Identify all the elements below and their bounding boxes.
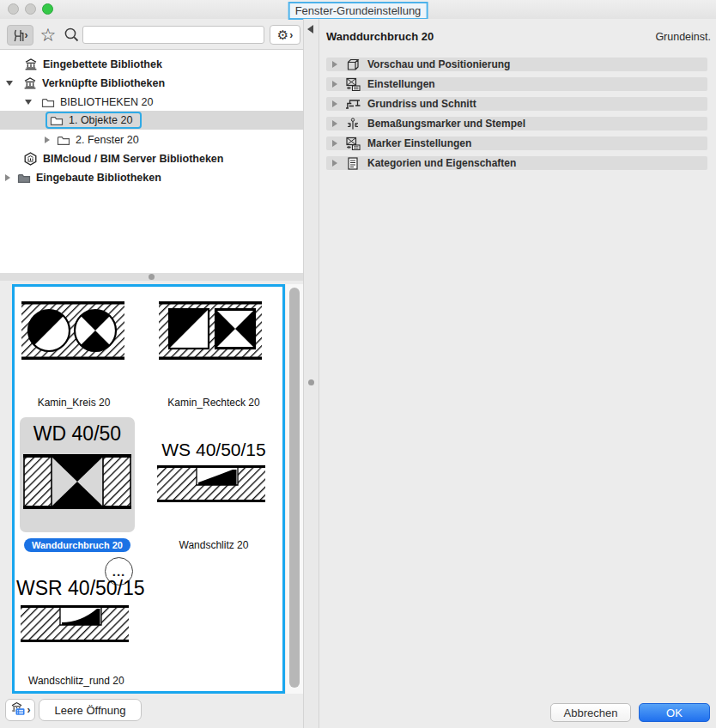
dark-folder-icon	[17, 173, 31, 184]
plan-section-icon	[345, 98, 361, 110]
search-icon	[64, 27, 80, 46]
preview-title: WS 40/50/15	[154, 440, 274, 460]
expander-down-icon[interactable]	[25, 100, 32, 105]
tree-item-bimcloud[interactable]: BIMcloud / BIM Server Bibliotheken	[0, 149, 303, 168]
collapse-left-icon[interactable]	[307, 25, 313, 33]
expander-right-icon[interactable]	[332, 100, 337, 107]
library-item-caption: Kamin_Rechteck 20	[154, 397, 274, 409]
kamin-kreis-preview	[21, 298, 124, 363]
library-item-wandschlitz[interactable]: WS 40/50/15	[154, 440, 274, 508]
selected-item-badge: Wanddurchbruch 20	[24, 538, 130, 552]
preview-cube-icon	[345, 58, 361, 71]
selected-object-title: Wanddurchbruch 20	[326, 30, 434, 43]
settings-window-icon	[345, 136, 361, 150]
expander-right-icon[interactable]	[332, 140, 337, 147]
splitter-grip-dot	[149, 274, 155, 280]
expander-right-icon[interactable]	[332, 81, 337, 88]
kamin-rechteck-preview	[159, 298, 262, 363]
library-item-caption: Wandschlitz 20	[154, 539, 274, 551]
titlebar: Fenster-Grundeinstellung	[0, 0, 716, 19]
tree-item-linked-libraries[interactable]: Verknüpfte Bibliotheken	[0, 74, 303, 93]
library-items-panel: Kamin_Kreis 20 Kamin_Rechteck 20 WD 40/5…	[12, 284, 285, 694]
wandschlitz-rund-preview	[21, 600, 129, 645]
splitter-grip-dot	[308, 379, 314, 385]
tree-item-label: Eingebaute Bibliotheken	[36, 172, 161, 184]
section-label: Vorschau und Positionierung	[367, 58, 510, 70]
library-tree: Eingebettete Bibliothek Verknüpfte Bibli…	[0, 49, 303, 274]
left-footer: › Leere Öffnung	[0, 696, 303, 728]
window-title: Fenster-Grundeinstellung	[288, 2, 428, 20]
section-label: Grundriss und Schnitt	[367, 98, 476, 110]
wandschlitz-preview	[157, 460, 265, 505]
section-bemassungsmarker-stempel[interactable]: Bemaßungsmarker und Stempel	[326, 117, 707, 130]
cancel-button[interactable]: Abbrechen	[550, 703, 631, 722]
settings-menu-button[interactable]: ⚙›	[270, 25, 300, 45]
library-list-icon	[10, 701, 27, 719]
preview-title: WSR 40/50/15	[16, 577, 137, 600]
folder-icon	[57, 135, 70, 146]
library-item-caption: Wandschlitz_rund 20	[28, 675, 124, 687]
dimension-marker-icon	[345, 118, 361, 130]
zoom-button[interactable]	[42, 3, 53, 15]
library-menu-button[interactable]: ›	[5, 699, 35, 721]
tree-item-label: BIMcloud / BIM Server Bibliotheken	[43, 153, 223, 165]
tree-item-label: 1. Objekte 20	[69, 114, 132, 126]
section-label: Einstellungen	[367, 78, 435, 90]
expander-right-icon[interactable]	[5, 174, 10, 181]
library-item-caption: Kamin_Kreis 20	[15, 397, 133, 409]
wanddurchbruch-preview	[23, 452, 131, 512]
tree-item-label: Eingebettete Bibliothek	[43, 58, 162, 70]
section-einstellungen[interactable]: Einstellungen	[326, 77, 707, 91]
section-label: Kategorien und Eigenschaften	[367, 157, 516, 169]
tree-item-label: Verknüpfte Bibliotheken	[42, 77, 165, 89]
horizontal-splitter[interactable]	[0, 273, 303, 281]
gear-icon: ⚙	[277, 28, 288, 41]
expander-down-icon[interactable]	[6, 81, 13, 86]
minimize-button[interactable]	[25, 3, 36, 15]
close-button[interactable]	[8, 3, 19, 15]
tree-item-fenster-20[interactable]: 2. Fenster 20	[0, 130, 303, 149]
library-item-wanddurchbruch[interactable]: WD 40/50	[20, 417, 135, 532]
search-button[interactable]	[62, 27, 81, 46]
object-browser-button[interactable]: ›	[7, 25, 33, 46]
expander-right-icon[interactable]	[332, 120, 337, 127]
favorites-button[interactable]: ☆	[38, 24, 58, 46]
library-item-kamin-kreis[interactable]	[21, 298, 124, 367]
library-item-kamin-rechteck[interactable]	[159, 298, 262, 367]
folder-icon	[41, 97, 55, 108]
preview-title: WD 40/50	[20, 422, 135, 446]
expander-right-icon[interactable]	[45, 136, 50, 143]
tree-item-objekte-20[interactable]: 1. Objekte 20	[0, 111, 303, 130]
library-building-icon	[23, 77, 37, 89]
section-label: Marker Einstellungen	[367, 137, 471, 149]
expander-right-icon[interactable]	[332, 61, 337, 68]
section-vorschau-positionierung[interactable]: Vorschau und Positionierung	[326, 58, 707, 71]
expander-right-icon[interactable]	[332, 160, 337, 167]
bim-server-icon	[23, 152, 38, 166]
settings-pane: Wanddurchbruch 20 Grundeinst. Vorschau u…	[319, 19, 716, 728]
section-marker-einstellungen[interactable]: Marker Einstellungen	[326, 136, 707, 150]
section-kategorien-eigenschaften[interactable]: Kategorien und Eigenschaften	[326, 156, 707, 170]
settings-window-icon	[345, 77, 361, 91]
mode-label: Grundeinst.	[655, 31, 711, 43]
tree-item-bibliotheken-20[interactable]: BIBLIOTHEKEN 20	[0, 93, 303, 112]
library-scrollbar-thumb[interactable]	[289, 288, 300, 688]
tree-item-embedded-library[interactable]: Eingebettete Bibliothek	[0, 55, 303, 74]
search-input[interactable]	[82, 26, 264, 44]
document-list-icon	[345, 157, 361, 170]
selected-item-outline: 1. Objekte 20	[46, 112, 142, 129]
panel-splitter[interactable]	[303, 19, 319, 728]
library-item-wandschlitz-rund[interactable]: WSR 40/50/15	[16, 577, 137, 648]
tree-item-built-in-libraries[interactable]: Eingebaute Bibliotheken	[0, 168, 303, 187]
library-building-icon	[24, 58, 38, 70]
section-label: Bemaßungsmarker und Stempel	[367, 118, 525, 130]
folder-icon	[50, 115, 64, 126]
tree-item-label: BIBLIOTHEKEN 20	[60, 96, 153, 108]
tree-item-label: 2. Fenster 20	[76, 134, 139, 146]
star-icon: ☆	[40, 25, 57, 46]
ok-button[interactable]: OK	[639, 703, 710, 722]
chair-icon	[13, 29, 24, 42]
empty-opening-button[interactable]: Leere Öffnung	[39, 699, 142, 721]
section-grundriss-schnitt[interactable]: Grundriss und Schnitt	[326, 97, 707, 111]
